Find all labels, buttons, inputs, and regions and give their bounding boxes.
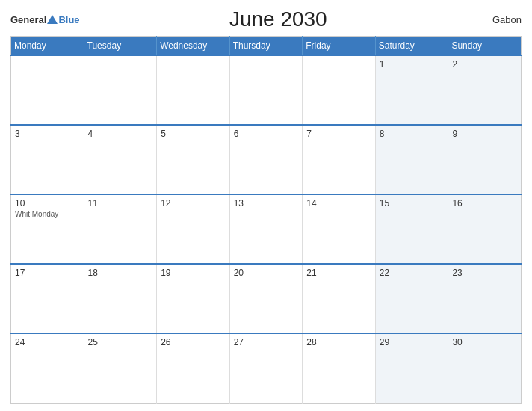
week-row-1: 12 — [11, 55, 522, 125]
week-row-3: 10Whit Monday111213141516 — [11, 194, 522, 264]
day-number: 21 — [306, 268, 371, 278]
page-header: General Blue June 2030 Gabon — [10, 7, 522, 31]
calendar-cell: 8 — [375, 125, 448, 194]
calendar-cell: 25 — [84, 333, 157, 403]
calendar-cell: 4 — [84, 125, 157, 194]
calendar-cell: 16 — [448, 194, 522, 264]
calendar-cell: 18 — [84, 264, 157, 333]
holiday-label: Whit Monday — [15, 210, 80, 218]
day-number: 10 — [15, 198, 80, 208]
col-saturday: Saturday — [375, 37, 448, 56]
calendar-cell: 26 — [157, 333, 230, 403]
day-number: 14 — [306, 198, 371, 208]
day-number: 16 — [452, 198, 517, 208]
calendar-cell: 19 — [157, 264, 230, 333]
week-row-5: 24252627282930 — [11, 333, 522, 403]
day-number: 5 — [161, 129, 226, 139]
calendar-cell: 21 — [303, 264, 376, 333]
day-number: 8 — [380, 129, 445, 139]
day-number: 9 — [452, 129, 517, 139]
weekday-header-row: Monday Tuesday Wednesday Thursday Friday… — [11, 37, 522, 56]
day-number: 24 — [15, 337, 80, 347]
day-number: 12 — [161, 198, 226, 208]
calendar-cell: 22 — [375, 264, 448, 333]
day-number: 2 — [452, 59, 517, 69]
day-number: 6 — [234, 129, 299, 139]
day-number: 1 — [380, 59, 445, 69]
calendar-table: Monday Tuesday Wednesday Thursday Friday… — [10, 36, 522, 404]
day-number: 28 — [306, 337, 371, 347]
calendar-cell: 6 — [229, 125, 303, 194]
calendar-cell — [84, 55, 157, 125]
day-number: 19 — [161, 268, 226, 278]
calendar-cell: 28 — [303, 333, 376, 403]
day-number: 23 — [452, 268, 517, 278]
day-number: 30 — [452, 337, 517, 347]
day-number: 7 — [306, 129, 371, 139]
day-number: 18 — [88, 268, 153, 278]
calendar-cell: 3 — [11, 125, 84, 194]
col-monday: Monday — [11, 37, 84, 56]
col-tuesday: Tuesday — [84, 37, 157, 56]
day-number: 4 — [88, 129, 153, 139]
calendar-cell: 12 — [157, 194, 230, 264]
calendar-cell: 5 — [157, 125, 230, 194]
calendar-cell: 13 — [229, 194, 303, 264]
calendar-cell: 2 — [448, 55, 522, 125]
calendar-cell: 23 — [448, 264, 522, 333]
calendar-cell: 20 — [229, 264, 303, 333]
calendar-cell: 7 — [303, 125, 376, 194]
calendar-cell: 11 — [84, 194, 157, 264]
logo-blue-text: Blue — [58, 14, 79, 25]
day-number: 29 — [380, 337, 445, 347]
logo: General Blue — [10, 14, 80, 25]
day-number: 13 — [234, 198, 299, 208]
calendar-cell — [11, 55, 84, 125]
calendar-header: Monday Tuesday Wednesday Thursday Friday… — [11, 37, 522, 56]
calendar-body: 12345678910Whit Monday111213141516171819… — [11, 55, 522, 404]
week-row-2: 3456789 — [11, 125, 522, 194]
day-number: 27 — [234, 337, 299, 347]
calendar-cell: 10Whit Monday — [11, 194, 84, 264]
calendar-cell — [157, 55, 230, 125]
country-label: Gabon — [477, 14, 522, 25]
calendar-cell: 17 — [11, 264, 84, 333]
calendar-cell: 27 — [229, 333, 303, 403]
calendar-page: General Blue June 2030 Gabon Monday Tues… — [0, 0, 532, 411]
day-number: 26 — [161, 337, 226, 347]
calendar-cell: 29 — [375, 333, 448, 403]
calendar-cell: 14 — [303, 194, 376, 264]
calendar-cell: 1 — [375, 55, 448, 125]
day-number: 20 — [234, 268, 299, 278]
col-sunday: Sunday — [448, 37, 522, 56]
day-number: 3 — [15, 129, 80, 139]
logo-general-text: General — [10, 14, 46, 25]
logo-triangle-icon — [47, 15, 58, 24]
col-friday: Friday — [303, 37, 376, 56]
calendar-cell: 15 — [375, 194, 448, 264]
calendar-title: June 2030 — [80, 7, 477, 31]
day-number: 11 — [88, 198, 153, 208]
day-number: 15 — [380, 198, 445, 208]
day-number: 22 — [380, 268, 445, 278]
day-number: 17 — [15, 268, 80, 278]
calendar-cell — [229, 55, 303, 125]
col-thursday: Thursday — [229, 37, 303, 56]
week-row-4: 17181920212223 — [11, 264, 522, 333]
calendar-cell: 30 — [448, 333, 522, 403]
day-number: 25 — [88, 337, 153, 347]
calendar-cell: 24 — [11, 333, 84, 403]
calendar-cell — [303, 55, 376, 125]
calendar-cell: 9 — [448, 125, 522, 194]
col-wednesday: Wednesday — [157, 37, 230, 56]
